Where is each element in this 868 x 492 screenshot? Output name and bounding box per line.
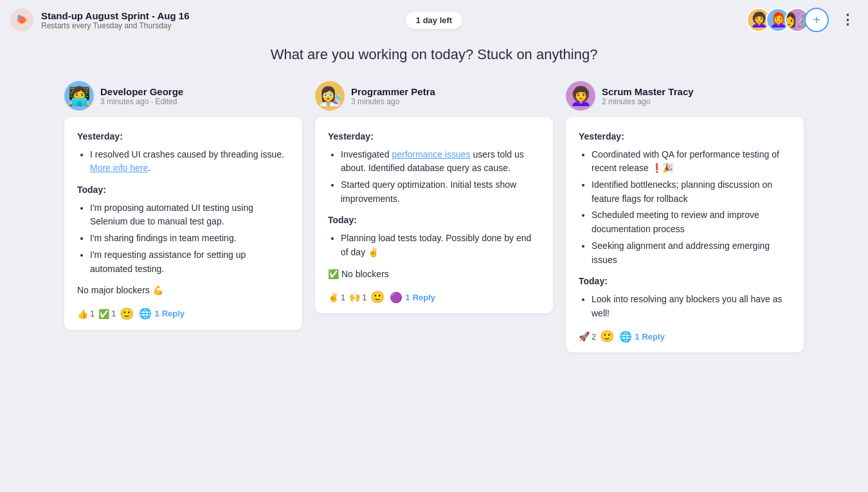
reaction-count: 1 <box>90 309 95 318</box>
meeting-title: Stand-up August Sprint - Aug 16 <box>41 10 746 21</box>
list-item: Look into resolving any blockers you all… <box>592 293 791 320</box>
list-item: Identified bottlenecks; planning discuss… <box>592 178 791 206</box>
reply-link-1[interactable]: 🌐 1 Reply <box>139 307 185 320</box>
today-list-1: I'm proposing automated UI testing using… <box>77 201 289 276</box>
header: Stand-up August Sprint - Aug 16 Restarts… <box>0 0 868 40</box>
header-center: 1 day left <box>406 12 462 29</box>
svg-point-2 <box>17 15 21 19</box>
card-author-2: 👩‍🔬 Programmer Petra 3 minutes ago <box>315 81 553 111</box>
yesterday-header-3: Yesterday: <box>579 130 791 144</box>
header-title-block: Stand-up August Sprint - Aug 16 Restarts… <box>41 10 746 30</box>
card-wrapper-3: 👩‍🦱 Scrum Master Tracy 2 minutes ago Yes… <box>566 81 804 352</box>
list-item: Planning load tests today. Possibly done… <box>341 232 540 259</box>
card-3: Yesterday: Coordinated with QA for perfo… <box>566 117 804 352</box>
reply-avatar-3: 🌐 <box>619 331 632 343</box>
card-reactions-2: ✌️ 1 🙌 1 🙂 🟣 1 Reply <box>328 290 540 304</box>
card-wrapper-1: 👩‍💻 Developer George 3 minutes ago · Edi… <box>64 81 302 330</box>
list-item: I resolved UI crashes caused by threadin… <box>90 148 289 176</box>
header-right: 👩‍🦱 👩‍🦰 👩‍🦾 + ⋮ <box>746 8 855 32</box>
reply-avatar-2: 🟣 <box>390 291 402 304</box>
reaction-count: 2 <box>592 332 596 342</box>
day-left-badge: 1 day left <box>406 12 462 29</box>
yesterday-list-2: Investigated performance issues users to… <box>328 148 540 206</box>
cards-container: 👩‍💻 Developer George 3 minutes ago · Edi… <box>0 81 868 352</box>
list-item: Scheduled meeting to review and improve … <box>592 208 791 236</box>
card-content-3: Yesterday: Coordinated with QA for perfo… <box>579 130 791 320</box>
reaction-emoji: ✅ <box>98 309 109 319</box>
list-item: I'm requesting assistance for setting up… <box>90 248 289 276</box>
author-avatar-1: 👩‍💻 <box>64 81 94 111</box>
reaction-peace[interactable]: ✌️ 1 <box>328 292 345 302</box>
meeting-subtitle: Restarts every Tuesday and Thursday <box>41 21 746 30</box>
card-1: Yesterday: I resolved UI crashes caused … <box>64 117 302 330</box>
add-reaction-button-1[interactable]: 🙂 <box>120 307 134 321</box>
reaction-raised-hands[interactable]: 🙌 1 <box>349 292 366 302</box>
yesterday-list-3: Coordinated with QA for performance test… <box>579 148 791 268</box>
yesterday-list-1: I resolved UI crashes caused by threadin… <box>77 148 289 176</box>
author-info-1: Developer George 3 minutes ago · Edited <box>100 86 183 106</box>
author-name-3: Scrum Master Tracy <box>602 86 694 97</box>
card-2: Yesterday: Investigated performance issu… <box>315 117 553 313</box>
reaction-thumbsup[interactable]: 👍 1 <box>77 309 95 319</box>
reply-label-3: Reply <box>642 332 664 342</box>
reply-link-3[interactable]: 🌐 1 Reply <box>619 331 665 343</box>
add-reaction-button-3[interactable]: 🙂 <box>600 329 614 343</box>
list-item: Investigated performance issues users to… <box>341 148 540 176</box>
list-item: Coordinated with QA for performance test… <box>592 148 791 176</box>
today-header-3: Today: <box>579 275 791 289</box>
reply-count-2: 1 <box>405 293 410 302</box>
add-member-button[interactable]: + <box>804 8 829 32</box>
yesterday-header-1: Yesterday: <box>77 130 289 144</box>
reaction-count: 1 <box>341 293 345 302</box>
card-author-1: 👩‍💻 Developer George 3 minutes ago · Edi… <box>64 81 302 111</box>
card-author-3: 👩‍🦱 Scrum Master Tracy 2 minutes ago <box>566 81 804 111</box>
reply-link-2[interactable]: 🟣 1 Reply <box>390 291 435 304</box>
list-item: Seeking alignment and addressing emergin… <box>592 239 791 267</box>
main-question: What are you working on today? Stuck on … <box>0 46 868 63</box>
today-list-3: Look into resolving any blockers you all… <box>579 293 791 320</box>
author-name-2: Programmer Petra <box>351 86 435 97</box>
reaction-rocket[interactable]: 🚀 2 <box>579 331 596 342</box>
card-reactions-3: 🚀 2 🙂 🌐 1 Reply <box>579 329 791 343</box>
reply-count-3: 1 <box>635 332 639 342</box>
add-reaction-button-2[interactable]: 🙂 <box>370 290 384 304</box>
author-info-3: Scrum Master Tracy 2 minutes ago <box>602 86 694 106</box>
author-meta-1: 3 minutes ago · Edited <box>100 97 183 106</box>
author-meta-2: 3 minutes ago <box>351 97 435 106</box>
reaction-emoji: 🚀 <box>579 331 590 342</box>
card-reactions-1: 👍 1 ✅ 1 🙂 🌐 1 Reply <box>77 307 289 321</box>
blockers-2: ✅ No blockers <box>328 268 540 282</box>
today-header-2: Today: <box>328 214 540 228</box>
more-info-link[interactable]: More info here <box>90 163 148 173</box>
list-item: I'm proposing automated UI testing using… <box>90 201 289 229</box>
author-name-1: Developer George <box>100 86 183 97</box>
author-avatar-2: 👩‍🔬 <box>315 81 345 111</box>
author-meta-3: 2 minutes ago <box>602 97 694 106</box>
card-wrapper-2: 👩‍🔬 Programmer Petra 3 minutes ago Yeste… <box>315 81 553 313</box>
yesterday-header-2: Yesterday: <box>328 130 540 144</box>
app-logo <box>10 8 33 32</box>
more-menu-button[interactable]: ⋮ <box>840 12 855 28</box>
blockers-1: No major blockers 💪 <box>77 284 289 298</box>
reply-label-2: Reply <box>413 293 435 302</box>
reply-label-1: Reply <box>162 309 185 318</box>
today-header-1: Today: <box>77 183 289 197</box>
reply-count-1: 1 <box>154 309 159 318</box>
performance-issues-link[interactable]: performance issues <box>392 149 470 159</box>
author-avatar-3: 👩‍🦱 <box>566 81 595 111</box>
reaction-emoji: ✌️ <box>328 292 339 302</box>
list-item: I'm sharing findings in team meeting. <box>90 232 289 246</box>
list-item: Started query optimization. Initial test… <box>341 178 540 206</box>
card-content-1: Yesterday: I resolved UI crashes caused … <box>77 130 289 298</box>
author-info-2: Programmer Petra 3 minutes ago <box>351 86 435 106</box>
reaction-emoji: 👍 <box>77 309 88 319</box>
reaction-count: 1 <box>111 309 116 318</box>
card-content-2: Yesterday: Investigated performance issu… <box>328 130 540 281</box>
team-avatars: 👩‍🦱 👩‍🦰 👩‍🦾 + <box>746 8 829 32</box>
today-list-2: Planning load tests today. Possibly done… <box>328 232 540 259</box>
reply-avatar-1: 🌐 <box>139 307 152 320</box>
reaction-count: 1 <box>362 293 366 302</box>
reaction-emoji: 🙌 <box>349 292 360 302</box>
reaction-check[interactable]: ✅ 1 <box>98 309 116 319</box>
